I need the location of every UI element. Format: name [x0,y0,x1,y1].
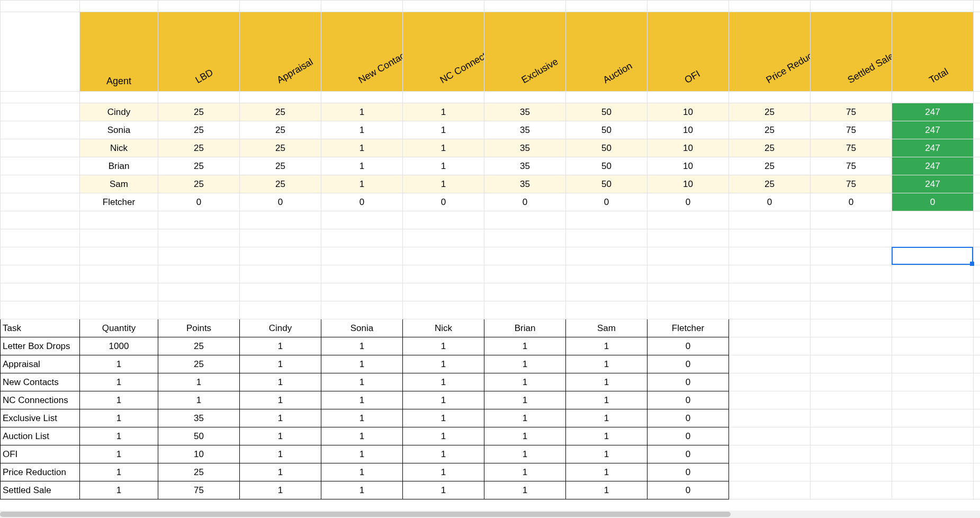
cell[interactable]: 0 [648,427,729,445]
cell[interactable]: Sam [566,319,648,337]
agent-total[interactable]: 0 [892,193,974,211]
agent-name[interactable]: Sam [80,175,158,193]
cell[interactable]: 1 [403,445,484,463]
task-row[interactable]: Letter Box Drops100025111110 [1,337,981,355]
cell[interactable]: Brian [484,319,566,337]
cell[interactable] [892,427,974,445]
cell[interactable] [974,463,981,481]
cell[interactable]: 0 [321,193,403,211]
header-ofi[interactable]: OFI [648,12,729,92]
agent-name[interactable]: Cindy [80,103,158,121]
agent-row[interactable]: Fletcher0000000000 [1,193,981,211]
cell[interactable] [892,391,974,409]
cell[interactable]: 1 [321,157,403,175]
agent-total[interactable]: 247 [892,157,974,175]
task-label[interactable]: Task [1,319,80,337]
cell[interactable]: 75 [811,175,892,193]
task-label[interactable]: Exclusive List [1,409,80,427]
cell[interactable] [892,445,974,463]
task-label[interactable]: NC Connections [1,391,80,409]
cell[interactable]: 1 [321,355,403,373]
cell[interactable]: 1 [240,355,321,373]
cell[interactable]: 0 [240,193,321,211]
cell[interactable] [811,427,892,445]
task-label[interactable]: New Contacts [1,373,80,391]
header-agent[interactable]: Agent [80,12,158,92]
cell[interactable]: 1 [321,391,403,409]
cell[interactable]: 25 [240,139,321,157]
cell[interactable] [729,463,811,481]
cell[interactable]: 1 [484,463,566,481]
cell[interactable]: 1 [240,373,321,391]
cell[interactable]: 75 [811,139,892,157]
task-row[interactable]: NC Connections11111110 [1,391,981,409]
cell[interactable]: Quantity [80,319,158,337]
cell[interactable]: Nick [403,319,484,337]
cell[interactable]: 0 [648,481,729,499]
scrollbar-thumb[interactable] [0,512,731,517]
cell[interactable]: 10 [648,121,729,139]
grid-table[interactable]: Agent LBD Appraisal New Contact NC Conne… [0,0,980,499]
cell[interactable]: 1 [566,355,648,373]
header-lbd[interactable]: LBD [158,12,240,92]
header-exclusive[interactable]: Exclusive [484,12,566,92]
cell[interactable]: 1 [566,409,648,427]
cell[interactable]: 1 [240,391,321,409]
cell[interactable] [811,319,892,337]
cell[interactable]: 1 [484,481,566,499]
spreadsheet[interactable]: Agent LBD Appraisal New Contact NC Conne… [0,0,980,518]
cell[interactable]: 0 [648,391,729,409]
cell[interactable]: 50 [566,175,648,193]
cell[interactable]: 1 [80,445,158,463]
cell[interactable]: Cindy [240,319,321,337]
task-row[interactable]: Auction List150111110 [1,427,981,445]
cell[interactable] [892,481,974,499]
agent-total[interactable]: 247 [892,103,974,121]
cell[interactable]: 1 [484,373,566,391]
cell[interactable]: 1 [321,373,403,391]
cell[interactable]: 25 [240,157,321,175]
agent-name[interactable]: Fletcher [80,193,158,211]
cell[interactable]: 25 [240,103,321,121]
header-price-reduction[interactable]: Price Reduction [729,12,811,92]
cell[interactable] [811,337,892,355]
cell[interactable]: 1 [240,409,321,427]
blank-row[interactable] [1,1,981,12]
cell[interactable]: 1 [403,427,484,445]
cell[interactable]: 1 [321,139,403,157]
task-label[interactable]: Settled Sale [1,481,80,499]
task-row[interactable]: Appraisal125111110 [1,355,981,373]
cell[interactable] [892,409,974,427]
cell[interactable] [974,481,981,499]
cell[interactable]: 0 [566,193,648,211]
cell[interactable] [892,373,974,391]
task-row[interactable]: New Contacts11111110 [1,373,981,391]
cell[interactable] [974,445,981,463]
cell[interactable] [811,355,892,373]
cell[interactable]: 35 [484,121,566,139]
agent-row[interactable]: Sam2525113550102575247 [1,175,981,193]
empty-row[interactable] [1,265,981,283]
cell[interactable]: 0 [648,193,729,211]
cell[interactable]: 25 [729,175,811,193]
empty-row[interactable] [1,283,981,301]
cell[interactable]: 10 [648,175,729,193]
cell[interactable]: 35 [484,157,566,175]
cell[interactable] [729,355,811,373]
header-settled-sale[interactable]: Settled Sale [811,12,892,92]
cell[interactable] [811,409,892,427]
cell[interactable]: 1 [566,373,648,391]
cell[interactable]: 10 [648,103,729,121]
task-row[interactable]: OFI110111110 [1,445,981,463]
cell[interactable]: 1 [403,175,484,193]
cell[interactable]: 1 [321,463,403,481]
cell[interactable] [974,427,981,445]
cell[interactable]: 75 [811,103,892,121]
cell[interactable]: 35 [158,409,240,427]
cell[interactable]: 35 [484,103,566,121]
cell[interactable]: 25 [158,337,240,355]
agent-row[interactable]: Sonia2525113550102575247 [1,121,981,139]
cell[interactable] [729,337,811,355]
cell[interactable]: 1 [80,463,158,481]
cell[interactable]: 0 [648,355,729,373]
